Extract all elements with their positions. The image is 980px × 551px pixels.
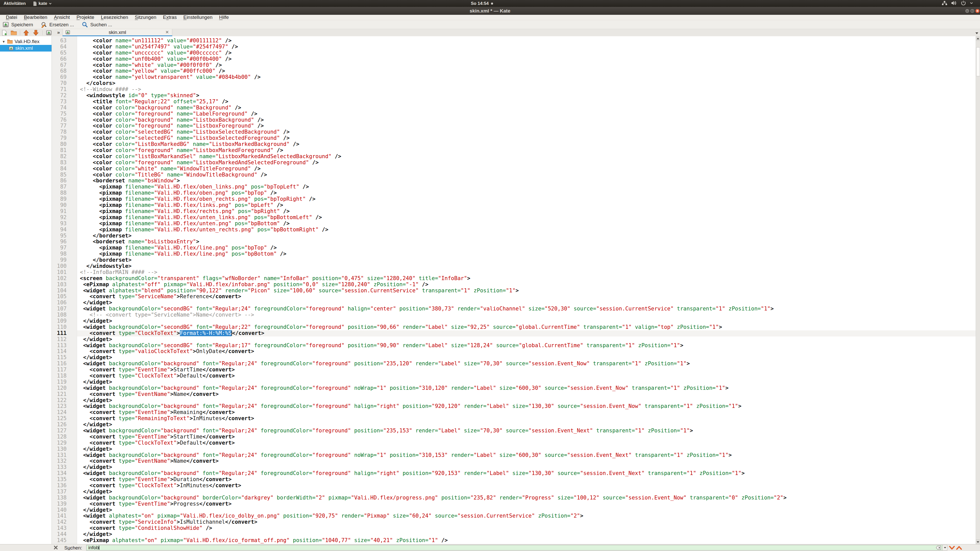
code-line[interactable]: <convert type="ServiceName">Reference</c… bbox=[80, 294, 976, 300]
menu-item-einstellungen[interactable]: Einstellungen bbox=[180, 14, 216, 20]
tab-close-icon[interactable]: ✕ bbox=[165, 30, 169, 35]
code-line[interactable]: <convert type="ClockToText">Default</con… bbox=[80, 373, 976, 379]
code-line[interactable]: </widget> bbox=[80, 446, 976, 452]
code-line[interactable]: <!--InfoBarMAIN #### --> bbox=[80, 269, 976, 275]
menu-item-ansicht[interactable]: Ansicht bbox=[51, 14, 73, 20]
code-line[interactable]: </widget> bbox=[80, 397, 976, 403]
search-input[interactable]: infob bbox=[86, 545, 944, 551]
search-close-button[interactable] bbox=[54, 545, 58, 551]
code-line[interactable]: <pixmap filename="Vali.HD.flex/unten.png… bbox=[80, 221, 976, 227]
code-line[interactable]: <convert type="EventName">Name</convert> bbox=[80, 391, 976, 397]
clear-input-icon[interactable] bbox=[936, 546, 942, 551]
code-line[interactable]: </widget> bbox=[80, 464, 976, 470]
minimize-button[interactable] bbox=[965, 9, 969, 13]
code-line[interactable]: <color name="white" value="#00f0f0f0" /> bbox=[80, 62, 976, 68]
code-line[interactable]: <color color="background" name="Backgrou… bbox=[80, 105, 976, 111]
system-tray[interactable] bbox=[942, 1, 973, 5]
code-line[interactable]: </widget> bbox=[80, 422, 976, 428]
code-line[interactable]: <color color="foreground" name="ListboxM… bbox=[80, 148, 976, 154]
code-line[interactable]: <color color="foreground" name="ListboxF… bbox=[80, 123, 976, 129]
tree-expander-icon[interactable]: ▼ bbox=[2, 40, 5, 44]
menu-item-datei[interactable]: Datei bbox=[3, 14, 21, 20]
code-line[interactable]: <pixmap filename="Vali.HD.flex/links.png… bbox=[80, 202, 976, 208]
code-line[interactable]: <!--Window #### --> bbox=[80, 86, 976, 93]
tab-list-button[interactable] bbox=[975, 31, 978, 35]
code-line[interactable]: <color color="TitleBG" name="WindowTitle… bbox=[80, 172, 976, 178]
code-line[interactable]: <pixmap filename="Vali.HD.flex/rechts.pn… bbox=[80, 208, 976, 214]
code-line[interactable]: <convert type="EventName">Name</convert> bbox=[80, 458, 976, 464]
code-line[interactable]: <widget backgroundColor="background" fon… bbox=[80, 385, 976, 391]
code-line[interactable]: <pixmap filename="Vali.HD.flex/unten_lin… bbox=[80, 214, 976, 221]
toolbar-overflow-button[interactable]: » bbox=[57, 30, 60, 35]
code-line[interactable]: </widget> bbox=[80, 379, 976, 385]
code-line[interactable]: <color name="uncccccc" value="#00cccccc"… bbox=[80, 50, 976, 56]
clock[interactable]: So 14:54 bbox=[471, 1, 493, 6]
code-line[interactable]: <convert type="EventTime">Remaining</con… bbox=[80, 410, 976, 416]
code-line[interactable]: <convert type="ConditionalShowHide" /> bbox=[80, 525, 976, 531]
new-document-button[interactable] bbox=[2, 30, 7, 37]
code-line[interactable]: </widget> bbox=[80, 531, 976, 537]
code-line[interactable]: <widget backgroundColor="secondBG" font=… bbox=[80, 324, 976, 330]
code-line[interactable]: <color name="yellowtransparent" value="#… bbox=[80, 74, 976, 80]
find-next-button[interactable] bbox=[949, 545, 955, 551]
close-button[interactable] bbox=[975, 9, 980, 13]
code-line[interactable]: <widget backgroundColor="secondBG" font=… bbox=[80, 343, 976, 349]
scroll-down-button[interactable] bbox=[976, 540, 980, 544]
replace-button[interactable]: Ersetzen ... bbox=[41, 21, 74, 28]
window-titlebar[interactable]: skin.xml * — Kate bbox=[0, 7, 980, 15]
code-line[interactable]: <widget backgroundColor="background" fon… bbox=[80, 470, 976, 476]
tab-skin-xml[interactable]: skin.xml ✕ bbox=[62, 29, 172, 35]
code-line[interactable]: <convert type="EventTime">StartTime</con… bbox=[80, 434, 976, 440]
code-line[interactable]: <ePixmap alphatest="on" pixmap="Vali.HD.… bbox=[80, 537, 976, 544]
code-line[interactable]: <widget alphatest="blend" position="90,1… bbox=[80, 288, 976, 294]
code-line[interactable]: </widget> bbox=[80, 507, 976, 513]
code-line[interactable]: <convert type="ServiceInfo">IsMultichann… bbox=[80, 519, 976, 525]
previous-document-button[interactable] bbox=[24, 30, 29, 37]
maximize-button[interactable] bbox=[970, 9, 975, 13]
vertical-scrollbar[interactable] bbox=[976, 36, 980, 544]
code-line[interactable]: </widget> bbox=[80, 489, 976, 495]
code-line[interactable]: <widget backgroundColor="background" fon… bbox=[80, 452, 976, 458]
app-menu-button[interactable]: kate bbox=[33, 1, 52, 6]
code-line[interactable]: <color color="background" name="ListboxB… bbox=[80, 117, 976, 123]
code-line[interactable]: </borderset> bbox=[80, 233, 976, 239]
code-line[interactable]: <convert type="valioClockToText">OnlyDat… bbox=[80, 348, 976, 354]
code-line[interactable]: <color color="ListBoxMarkedBG" name="Lis… bbox=[80, 141, 976, 148]
menu-item-sitzungen[interactable]: Sitzungen bbox=[131, 14, 160, 20]
code-line[interactable]: <color color="selectedFG" name="ListboxS… bbox=[80, 135, 976, 141]
find-previous-button[interactable] bbox=[956, 545, 962, 551]
code-line[interactable]: </widget> bbox=[80, 354, 976, 361]
code-line[interactable]: <ePixmap alphatest="off" pixmap="Vali.HD… bbox=[80, 282, 976, 288]
code-line[interactable]: </windowstyle> bbox=[80, 263, 976, 269]
editor[interactable]: 6364656667686970717273747576777879808182… bbox=[52, 36, 976, 544]
code-area[interactable]: <color name="un111112" value="#00111112"… bbox=[77, 36, 976, 544]
code-line[interactable]: <windowstyle id="0" type="skinned"> bbox=[80, 93, 976, 99]
menu-item-bearbeiten[interactable]: Bearbeiten bbox=[21, 14, 51, 20]
code-line[interactable]: <convert type="ClockToText">Default</con… bbox=[80, 440, 976, 446]
code-line[interactable]: <widget alphatest="on" pixmap="Vali.HD.f… bbox=[80, 513, 976, 519]
search-options-button[interactable] bbox=[942, 545, 947, 551]
code-line[interactable]: <color color="listBoxMarkandSel" name="L… bbox=[80, 154, 976, 160]
code-line[interactable]: <color name="unf0b400" value="#00f0b400"… bbox=[80, 56, 976, 62]
activities-button[interactable]: Aktivitäten bbox=[3, 1, 26, 6]
code-line[interactable]: </widget> bbox=[80, 337, 976, 343]
code-line[interactable]: <convert type="EventTime">Progress</conv… bbox=[80, 501, 976, 507]
code-line[interactable]: <widget backgroundColor="background" fon… bbox=[80, 361, 976, 367]
code-line[interactable]: <pixmap filename="Vali.HD.flex/oben_link… bbox=[80, 184, 976, 190]
code-line[interactable]: </widget> bbox=[80, 318, 976, 324]
code-line[interactable]: <screen backgroundColor="transparent" fl… bbox=[80, 275, 976, 282]
code-line[interactable]: <convert type="ClockToText">Format:%-H:%… bbox=[77, 330, 976, 337]
code-line[interactable]: <pixmap filename="Vali.HD.flex/line.png"… bbox=[80, 245, 976, 251]
menu-item-lesezeichen[interactable]: Lesezeichen bbox=[97, 14, 131, 20]
scrollbar-thumb[interactable] bbox=[976, 47, 980, 76]
code-line[interactable]: </colors> bbox=[80, 80, 976, 86]
code-line[interactable]: <borderset name="bsListboxEntry"> bbox=[80, 239, 976, 245]
next-document-button[interactable] bbox=[33, 30, 38, 37]
code-line[interactable]: <color color="foreground" name="LabelFor… bbox=[80, 111, 976, 117]
code-line[interactable]: <color name="un254f7497" value="#254f749… bbox=[80, 44, 976, 50]
code-line[interactable]: <pixmap filename="Vali.HD.flex/oben_rech… bbox=[80, 196, 976, 202]
code-line[interactable]: <widget backgroundColor="background" bor… bbox=[80, 495, 976, 501]
code-line[interactable]: <pixmap filename="Vali.HD.flex/unten_rec… bbox=[80, 227, 976, 233]
code-line[interactable]: </borderset> bbox=[80, 257, 976, 263]
code-line[interactable]: <widget backgroundColor="secondBG" font=… bbox=[80, 306, 976, 312]
